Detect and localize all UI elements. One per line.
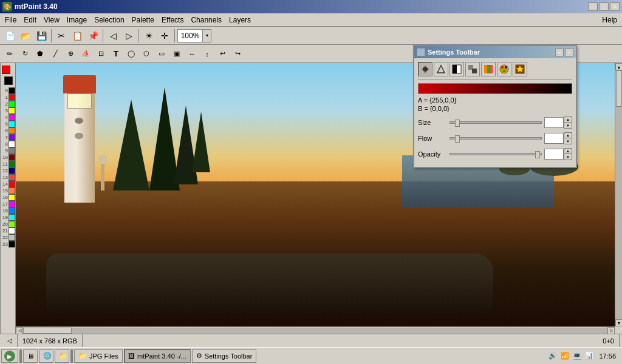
clone-tool[interactable]: ↻ — [18, 47, 32, 61]
settings-color-swap-icon[interactable] — [465, 62, 480, 76]
menu-image[interactable]: Image — [63, 15, 91, 25]
palette-row-20[interactable]: 20 — [1, 221, 15, 228]
palette-row-7[interactable]: 7 — [1, 134, 15, 141]
settings-minimize-button[interactable]: − — [555, 49, 564, 56]
scale-tool[interactable]: ↕ — [200, 47, 214, 61]
size-up-button[interactable]: ▲ — [564, 117, 572, 123]
h-scrollbar[interactable]: ◁ ▷ — [16, 326, 615, 334]
settings-palette-icon[interactable] — [497, 62, 511, 76]
taskbar-icon-3[interactable]: 📁 — [55, 349, 69, 363]
palette-row-15[interactable]: 15 — [1, 187, 15, 194]
text-tool[interactable]: T — [109, 47, 123, 61]
lasso-tool[interactable]: ↔ — [185, 47, 199, 61]
palette-row-8[interactable]: 8 — [1, 141, 15, 147]
cut-button[interactable]: ✂ — [54, 29, 69, 43]
size-slider-track[interactable] — [449, 121, 542, 124]
menu-file[interactable]: File — [1, 15, 20, 25]
transform-button[interactable]: ✛ — [157, 29, 172, 43]
background-color-swatch[interactable] — [4, 76, 13, 85]
palette-row-2[interactable]: 2 — [1, 101, 15, 107]
menu-layers[interactable]: Layers — [225, 15, 255, 25]
taskbar-mtpaint[interactable]: 🖼 mtPaint 3.40 -/... — [124, 349, 191, 363]
palette-row-23[interactable]: 23 — [1, 241, 15, 248]
flow-down-button[interactable]: ▼ — [564, 138, 572, 144]
settings-warm-icon[interactable] — [481, 62, 496, 76]
ellipse-tool[interactable]: ◯ — [124, 47, 138, 61]
palette-row-18[interactable]: 18 — [1, 207, 15, 214]
zoom-box[interactable]: 100% ▾ — [177, 29, 211, 42]
zoom-input[interactable]: 100% — [178, 30, 202, 42]
palette-row-3[interactable]: 3 — [1, 107, 15, 114]
smear-tool[interactable]: ⬟ — [33, 47, 47, 61]
polygon-tool[interactable]: ⬡ — [139, 47, 154, 61]
rotate-tool[interactable]: ↩ — [215, 47, 230, 61]
brightness-button[interactable]: ☀ — [142, 29, 156, 43]
menu-view[interactable]: View — [40, 15, 63, 25]
menu-help[interactable]: Help — [598, 15, 621, 25]
palette-row-6[interactable]: 6 — [1, 127, 15, 134]
v-scroll-track[interactable] — [615, 70, 622, 319]
palette-row-1[interactable]: 1 — [1, 94, 15, 101]
size-value-input[interactable]: 1 — [544, 117, 564, 128]
settings-star-icon[interactable] — [513, 62, 527, 76]
opacity-value-input[interactable]: 255 — [544, 149, 564, 160]
scroll-left-status[interactable]: ◁ — [2, 334, 18, 347]
fill-tool[interactable]: ▣ — [169, 47, 184, 61]
flow-value-input[interactable]: 1 — [544, 133, 564, 144]
rectangle-tool[interactable]: ▭ — [154, 47, 169, 61]
opacity-slider-thumb[interactable] — [535, 151, 540, 158]
zoom-dropdown[interactable]: ▾ — [202, 30, 211, 42]
dodge-tool[interactable]: ⊕ — [63, 47, 78, 61]
maximize-button[interactable]: □ — [599, 2, 609, 11]
palette-row-13[interactable]: 13 — [1, 174, 15, 181]
pencil-tool[interactable]: ✏ — [2, 47, 17, 61]
settings-shape-icon[interactable] — [434, 62, 448, 76]
copy-button[interactable]: 📋 — [70, 29, 84, 43]
select-tool[interactable]: ⊡ — [94, 47, 108, 61]
palette-row-16[interactable]: 16 — [1, 194, 15, 201]
flow-slider-track[interactable] — [449, 137, 542, 140]
opacity-down-button[interactable]: ▼ — [564, 154, 572, 160]
tray-network-icon[interactable]: 📶 — [560, 351, 570, 361]
foreground-color-swatch[interactable] — [2, 66, 10, 74]
settings-brush-icon[interactable] — [418, 62, 432, 76]
v-scrollbar[interactable]: ▲ ▼ — [615, 63, 622, 326]
palette-row-22[interactable]: 22 — [1, 234, 15, 241]
scroll-right-button[interactable]: ▷ — [607, 327, 615, 334]
flow-up-button[interactable]: ▲ — [564, 133, 572, 138]
save-button[interactable]: 💾 — [34, 29, 49, 43]
palette-row-5[interactable]: 5 — [1, 121, 15, 127]
taskbar-icon-1[interactable]: 🖥 — [23, 349, 38, 363]
open-button[interactable]: 📂 — [18, 29, 33, 43]
close-button[interactable]: × — [610, 2, 620, 11]
menu-edit[interactable]: Edit — [20, 15, 40, 25]
new-button[interactable]: 📄 — [2, 29, 17, 43]
palette-row-19[interactable]: 19 — [1, 214, 15, 221]
tray-battery-icon[interactable]: 💻 — [572, 351, 582, 361]
tray-signal-icon[interactable]: 📊 — [584, 351, 594, 361]
start-button[interactable]: ▶ — [1, 349, 18, 363]
menu-channels[interactable]: Channels — [187, 15, 225, 25]
palette-row-11[interactable]: 11 — [1, 161, 15, 167]
v-scroll-thumb[interactable] — [616, 70, 622, 107]
line-tool[interactable]: ╱ — [48, 47, 63, 61]
h-scroll-thumb[interactable] — [23, 328, 72, 334]
opacity-slider-track[interactable] — [449, 153, 542, 155]
opacity-up-button[interactable]: ▲ — [564, 149, 572, 154]
palette-row-14[interactable]: 14 — [1, 181, 15, 187]
palette-row-21[interactable]: 21 — [1, 228, 15, 234]
palette-row-4[interactable]: 4 — [1, 114, 15, 121]
menu-effects[interactable]: Effects — [158, 15, 187, 25]
h-scroll-track[interactable] — [23, 328, 607, 334]
settings-close-button[interactable]: × — [565, 49, 573, 56]
size-down-button[interactable]: ▼ — [564, 123, 572, 128]
color-gradient-bar[interactable] — [418, 83, 572, 94]
palette-row-10[interactable]: 10 — [1, 154, 15, 161]
palette-row-12[interactable]: 12 — [1, 167, 15, 174]
settings-bw-icon[interactable] — [449, 62, 464, 76]
flood-tool[interactable]: ⛵ — [78, 47, 93, 61]
taskbar-settings[interactable]: ⚙ Settings Toolbar — [192, 349, 257, 363]
flip-tool[interactable]: ↪ — [230, 47, 245, 61]
redo-button[interactable]: ▷ — [121, 29, 136, 43]
taskbar-jpg-files[interactable]: 📁 JPG Files — [74, 349, 123, 363]
